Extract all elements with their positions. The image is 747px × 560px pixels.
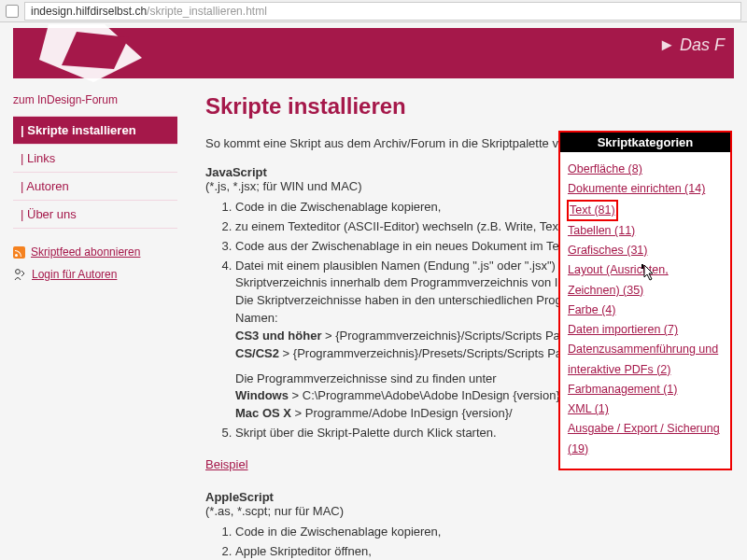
nav-label: Links [27, 151, 55, 165]
nav-item-autoren[interactable]: | Autoren [13, 172, 177, 200]
category-link[interactable]: Layout (Ausrichten, Zeichnen) (35) [568, 260, 723, 301]
list-item: Apple Skripteditor öffnen, [235, 543, 725, 560]
as-heading: AppleScript [205, 490, 725, 504]
category-link[interactable]: Tabellen (11) [568, 221, 723, 241]
category-link[interactable]: Farbe (4) [568, 301, 723, 320]
url-input[interactable]: indesign.hilfdirselbst.ch/skripte_instal… [24, 2, 741, 21]
category-link[interactable]: Datenzusammenführung und interaktive PDF… [568, 340, 723, 380]
nav-item-links[interactable]: | Links [13, 144, 177, 172]
category-link[interactable]: Text (81) [568, 201, 617, 220]
categories-box: Skriptkategorien Oberfläche (8)Dokumente… [558, 131, 732, 470]
nav-label: Skripte installieren [27, 123, 135, 137]
category-link[interactable]: Grafisches (31) [568, 241, 723, 260]
category-link[interactable]: Farbmanagement (1) [568, 380, 723, 399]
feed-link[interactable]: Skriptfeed abonnieren [31, 245, 140, 259]
svg-point-0 [16, 270, 21, 274]
page-title: Skripte installieren [205, 93, 725, 119]
login-link[interactable]: Login für Autoren [32, 268, 117, 281]
nav-item-ueber-uns[interactable]: | Über uns [13, 200, 177, 229]
forum-link[interactable]: zum InDesign-Forum [13, 93, 177, 106]
nav-label: Autoren [26, 179, 69, 193]
url-path: /skripte_installieren.html [147, 5, 267, 18]
category-link[interactable]: XML (1) [568, 399, 723, 419]
categories-title: Skriptkategorien [560, 133, 730, 152]
nav-label: Über uns [27, 207, 77, 221]
site-banner: ► Das F [13, 28, 734, 78]
category-link[interactable]: Oberfläche (8) [568, 160, 723, 179]
list-item: Code in die Zwischenablage kopieren, [235, 524, 725, 541]
category-link[interactable]: Ausgabe / Export / Sicherung (19) [568, 419, 723, 459]
nav-list: | Skripte installieren | Links | Autoren… [13, 116, 177, 229]
as-sub: (*.as, *.scpt; nur für MAC) [205, 504, 725, 518]
sidebar: zum InDesign-Forum | Skripte installiere… [13, 93, 177, 560]
url-host: indesign.hilfdirselbst.ch [31, 5, 147, 18]
login-icon [13, 268, 26, 281]
page-icon [6, 5, 19, 18]
example-link[interactable]: Beispiel [205, 457, 248, 471]
categories-list: Oberfläche (8)Dokumente einrichten (14)T… [560, 152, 730, 469]
nav-item-skripte-installieren[interactable]: | Skripte installieren [13, 116, 177, 144]
rss-icon [13, 246, 25, 259]
logo-shape [39, 24, 151, 82]
category-link[interactable]: Dokumente einrichten (14) [568, 179, 723, 199]
as-steps: Code in die Zwischenablage kopieren, App… [235, 524, 725, 560]
browser-address-bar: indesign.hilfdirselbst.ch/skripte_instal… [0, 0, 747, 22]
category-link[interactable]: Daten importieren (7) [568, 320, 723, 340]
banner-right-text: ► Das F [658, 35, 725, 55]
